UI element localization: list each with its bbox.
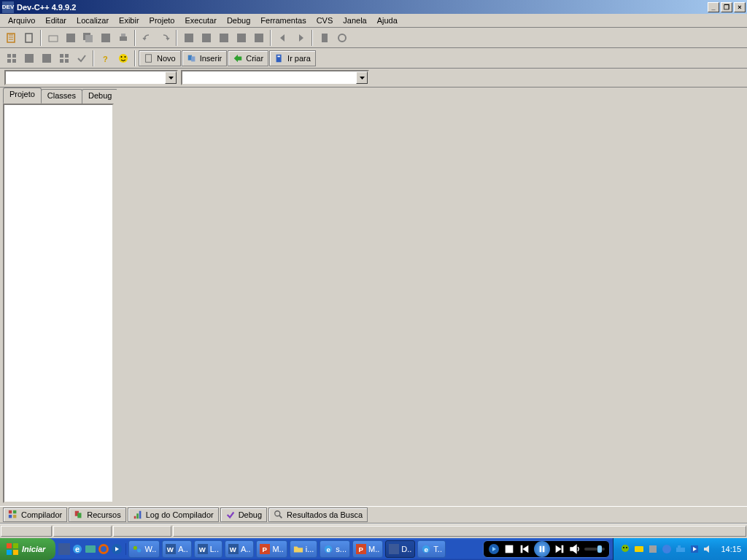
ql-desktop-icon[interactable] xyxy=(85,543,96,555)
tab-debug[interactable]: Debug xyxy=(220,508,267,522)
undo-button[interactable] xyxy=(139,30,155,46)
menu-janela[interactable]: Janela xyxy=(338,15,371,26)
menu-localizar[interactable]: Localizar xyxy=(71,15,114,26)
side-tab-projeto[interactable]: Projeto xyxy=(3,88,42,104)
task-ie2[interactable]: eT.. xyxy=(417,540,446,558)
mp-playpause-icon[interactable] xyxy=(488,543,500,555)
combo-right-dropdown[interactable] xyxy=(356,71,368,84)
task-ppt2[interactable]: PM.. xyxy=(352,540,383,558)
compile-button[interactable] xyxy=(180,30,197,46)
task-word3[interactable]: WA.. xyxy=(225,540,254,558)
side-tab-classes[interactable]: Classes xyxy=(41,89,82,104)
svg-rect-36 xyxy=(13,510,16,513)
task-s-label: s... xyxy=(336,545,347,553)
inserir-button[interactable]: Inserir xyxy=(182,50,228,66)
run-button[interactable] xyxy=(198,30,214,46)
menu-editar[interactable]: Editar xyxy=(40,15,71,26)
inserir-label: Inserir xyxy=(200,54,222,63)
prev-button[interactable] xyxy=(274,30,291,46)
tray-clock[interactable]: 14:15 xyxy=(721,545,741,553)
combo-right[interactable] xyxy=(181,70,369,85)
save-button[interactable] xyxy=(62,30,79,46)
menu-cvs[interactable]: CVS xyxy=(311,15,338,26)
tray-volume-icon[interactable] xyxy=(703,543,714,555)
tab-recursos[interactable]: Recursos xyxy=(69,508,125,522)
help-button[interactable]: ? xyxy=(97,50,114,66)
task-word1[interactable]: WA.. xyxy=(162,540,191,558)
task-messenger[interactable]: W.. xyxy=(128,540,160,558)
rebuild-button[interactable] xyxy=(233,30,249,46)
svg-point-55 xyxy=(101,546,107,552)
close-button[interactable]: × xyxy=(734,2,746,12)
minimize-button[interactable]: _ xyxy=(708,2,719,12)
novo-button[interactable]: Novo xyxy=(139,50,181,66)
tray-icon-3[interactable] xyxy=(647,543,659,555)
svg-rect-32 xyxy=(191,56,195,61)
task-folder[interactable]: i... xyxy=(290,540,318,558)
tray-messenger-icon[interactable] xyxy=(619,543,631,555)
svg-text:P: P xyxy=(359,545,364,553)
maximize-button[interactable]: ❐ xyxy=(721,2,732,12)
print-button[interactable] xyxy=(115,30,131,46)
menu-arquivo[interactable]: Arquivo xyxy=(3,15,40,26)
goto-button[interactable] xyxy=(333,30,350,46)
menu-ferramentas[interactable]: Ferramentas xyxy=(255,15,311,26)
tab-log[interactable]: Log do Compilador xyxy=(128,508,219,522)
task-ppt[interactable]: PM.. xyxy=(256,540,287,558)
compile-run-button[interactable] xyxy=(215,30,232,46)
task-devcpp[interactable]: D.. xyxy=(385,540,415,558)
close-file-button[interactable] xyxy=(97,30,114,46)
mp-prev-icon[interactable] xyxy=(519,543,530,555)
new-file-button[interactable] xyxy=(20,30,37,46)
combo-left[interactable] xyxy=(4,70,178,85)
separator xyxy=(270,30,271,46)
saveall-button[interactable] xyxy=(80,30,96,46)
menu-projeto[interactable]: Projeto xyxy=(144,15,180,26)
tray-icon-5[interactable] xyxy=(675,543,686,555)
grid3-button[interactable] xyxy=(38,50,55,66)
start-button[interactable]: Iniciar xyxy=(0,538,55,560)
irpara-button[interactable]: Ir para xyxy=(269,50,316,66)
mp-volume-slider[interactable] xyxy=(584,548,605,551)
combo-left-dropdown[interactable] xyxy=(165,71,177,84)
criar-button[interactable]: Criar xyxy=(228,50,268,66)
side-tab-debug[interactable]: Debug xyxy=(82,89,118,104)
tray-icon-6[interactable] xyxy=(689,543,700,555)
grid4-button[interactable] xyxy=(55,50,72,66)
check-button[interactable] xyxy=(73,50,90,66)
grid2-button[interactable] xyxy=(20,50,37,66)
debug-button[interactable] xyxy=(250,30,267,46)
tray-icon-4[interactable] xyxy=(661,543,673,555)
mp-next-icon[interactable] xyxy=(554,543,565,555)
open-button[interactable] xyxy=(44,30,61,46)
tray-icon-2[interactable] xyxy=(633,543,645,555)
menu-debug[interactable]: Debug xyxy=(222,15,255,26)
mp-play-button[interactable] xyxy=(534,541,550,557)
about-button[interactable] xyxy=(115,50,131,66)
ql-devcpp-icon[interactable] xyxy=(58,543,70,555)
tab-compilador[interactable]: Compilador xyxy=(3,508,67,522)
mp-mute-icon[interactable] xyxy=(569,543,581,555)
bookmark-button[interactable] xyxy=(316,30,333,46)
mp-stop-icon[interactable] xyxy=(503,543,515,555)
svg-text:W: W xyxy=(199,545,206,553)
window-title: Dev-C++ 4.9.9.2 xyxy=(17,3,708,12)
ql-ie-icon[interactable]: e xyxy=(71,543,83,555)
menu-executar[interactable]: Executar xyxy=(179,15,221,26)
svg-rect-38 xyxy=(13,515,16,518)
tab-resultados[interactable]: Resultados da Busca xyxy=(268,508,368,522)
svg-rect-7 xyxy=(120,36,127,41)
task-ie[interactable]: es... xyxy=(320,540,350,558)
toolbar-main xyxy=(0,28,747,48)
task-word2[interactable]: WL.. xyxy=(194,540,222,558)
project-tree[interactable] xyxy=(3,104,114,503)
menu-exibir[interactable]: Exibir xyxy=(114,15,144,26)
new-project-button[interactable] xyxy=(3,30,20,46)
redo-button[interactable] xyxy=(156,30,173,46)
menu-ajuda[interactable]: Ajuda xyxy=(372,15,403,26)
ql-media-icon[interactable] xyxy=(111,543,123,555)
grid1-button[interactable] xyxy=(3,50,20,66)
next-button[interactable] xyxy=(292,30,309,46)
toolbar-secondary: ? Novo Inserir Criar Ir para xyxy=(0,48,747,69)
ql-firefox-icon[interactable] xyxy=(98,543,109,555)
